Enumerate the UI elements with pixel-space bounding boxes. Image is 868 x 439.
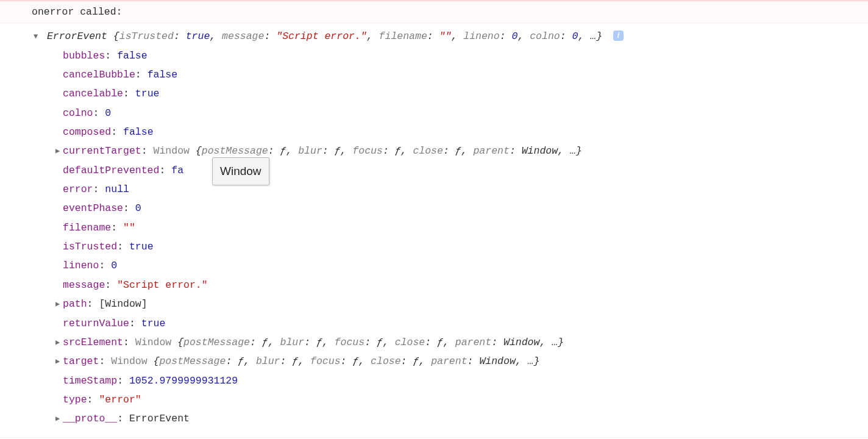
property-row: ▶bubbles: false bbox=[54, 46, 863, 65]
property-name: __proto__ bbox=[63, 413, 117, 424]
property-type: Window bbox=[135, 337, 177, 348]
property-name: colno bbox=[63, 107, 93, 119]
property-name: bubbles bbox=[63, 50, 105, 62]
property-row: ▶returnValue: true bbox=[54, 314, 863, 333]
property-name: defaultPrevented bbox=[63, 165, 159, 176]
property-row[interactable]: ▶srcElement: Window {postMessage: ƒ, blu… bbox=[54, 333, 863, 352]
property-row: ▶cancelable: true bbox=[54, 84, 863, 103]
property-row: ▶timeStamp: 1052.9799999931129 bbox=[54, 371, 863, 390]
info-icon[interactable]: i bbox=[613, 30, 624, 41]
property-value: null bbox=[105, 184, 129, 195]
hover-tooltip: Window bbox=[212, 157, 269, 185]
property-row: ▶filename: "" bbox=[54, 218, 863, 237]
property-type: Window bbox=[154, 145, 196, 157]
property-summary: {postMessage: ƒ, blur: ƒ, focus: ƒ, clos… bbox=[196, 145, 582, 157]
chevron-right-icon[interactable]: ▶ bbox=[54, 336, 62, 350]
property-summary: {postMessage: ƒ, blur: ƒ, focus: ƒ, clos… bbox=[177, 337, 564, 348]
property-row: ▶lineno: 0 bbox=[54, 256, 863, 275]
property-name: srcElement bbox=[63, 337, 123, 348]
property-row[interactable]: ▶path: [Window] bbox=[54, 294, 863, 313]
chevron-right-icon[interactable]: ▶ bbox=[54, 412, 62, 426]
property-value: 0 bbox=[105, 107, 111, 119]
property-value: false bbox=[123, 126, 154, 138]
chevron-right-icon[interactable]: ▶ bbox=[54, 355, 62, 369]
property-name: eventPhase bbox=[63, 202, 123, 214]
property-name: isTrusted bbox=[63, 241, 117, 252]
property-summary: {postMessage: ƒ, blur: ƒ, focus: ƒ, clos… bbox=[154, 355, 540, 367]
object-type: ErrorEvent bbox=[47, 30, 107, 42]
property-row: ▶cancelBubble: false bbox=[54, 65, 863, 84]
property-row: ▶message: "Script error." bbox=[54, 276, 863, 294]
property-row: ▶defaultPrevented: faWindow bbox=[54, 161, 863, 180]
property-value: 0 bbox=[135, 202, 141, 214]
chevron-right-icon[interactable]: ▶ bbox=[54, 145, 62, 159]
property-row[interactable]: ▶currentTarget: Window {postMessage: ƒ, … bbox=[54, 141, 863, 160]
chevron-right-icon[interactable]: ▶ bbox=[54, 298, 62, 312]
property-value: false bbox=[148, 69, 178, 80]
property-row: ▶type: "error" bbox=[54, 390, 863, 409]
property-row[interactable]: ▶target: Window {postMessage: ƒ, blur: ƒ… bbox=[54, 352, 863, 371]
chevron-down-icon[interactable]: ▼ bbox=[32, 30, 40, 44]
property-value: true bbox=[135, 88, 160, 99]
property-value: false bbox=[117, 50, 148, 62]
object-properties: ▶bubbles: false▶cancelBubble: false▶canc… bbox=[32, 46, 863, 429]
property-name: target bbox=[63, 355, 99, 367]
property-name: cancelBubble bbox=[63, 69, 135, 80]
property-row[interactable]: ▶__proto__: ErrorEvent bbox=[54, 409, 863, 428]
object-top-line[interactable]: ▼ ErrorEvent {isTrusted: true, message: … bbox=[32, 27, 863, 46]
property-value: 0 bbox=[111, 260, 117, 271]
property-value: [Window] bbox=[99, 298, 147, 310]
property-name: path bbox=[63, 298, 87, 310]
property-row: ▶colno: 0 bbox=[54, 104, 863, 123]
log-header-text: onerror called: bbox=[32, 6, 123, 18]
property-name: timeStamp bbox=[63, 375, 117, 387]
property-name: filename bbox=[63, 222, 111, 234]
console-log-row-object: ▼ ErrorEvent {isTrusted: true, message: … bbox=[0, 23, 868, 437]
property-row: ▶composed: false bbox=[54, 123, 863, 141]
object-summary: ErrorEvent {isTrusted: true, message: "S… bbox=[47, 30, 608, 42]
property-value: "" bbox=[123, 222, 135, 234]
property-value: 1052.9799999931129 bbox=[129, 375, 238, 387]
property-name: message bbox=[63, 279, 105, 291]
property-value: fa bbox=[171, 165, 183, 176]
property-name: returnValue bbox=[63, 318, 129, 329]
property-name: cancelable bbox=[63, 88, 123, 99]
property-name: currentTarget bbox=[63, 145, 141, 157]
property-name: lineno bbox=[63, 260, 99, 271]
property-name: type bbox=[63, 394, 87, 405]
property-row: ▶error: null bbox=[54, 180, 863, 199]
property-row: ▶isTrusted: true bbox=[54, 237, 863, 256]
property-value: ErrorEvent bbox=[129, 413, 190, 424]
property-name: composed bbox=[63, 126, 111, 138]
console-log-row-header: onerror called: bbox=[0, 0, 868, 23]
property-value: true bbox=[129, 241, 154, 252]
property-value: true bbox=[141, 318, 166, 329]
property-name: error bbox=[63, 184, 93, 195]
property-value: "Script error." bbox=[117, 279, 208, 291]
property-row: ▶eventPhase: 0 bbox=[54, 199, 863, 218]
property-type: Window bbox=[111, 355, 153, 367]
property-value: "error" bbox=[99, 394, 141, 405]
